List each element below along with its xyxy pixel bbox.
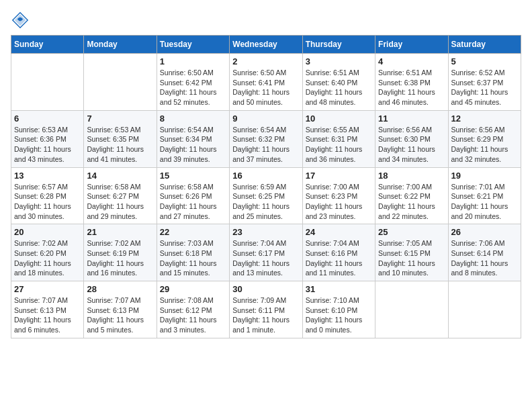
day-detail: Sunrise: 7:00 AM Sunset: 6:22 PM Dayligh…: [378, 182, 445, 222]
day-number: 30: [232, 284, 299, 294]
day-detail: Sunrise: 6:52 AM Sunset: 6:37 PM Dayligh…: [451, 68, 518, 107]
day-detail: Sunrise: 6:50 AM Sunset: 6:41 PM Dayligh…: [232, 68, 299, 107]
day-cell: 27Sunrise: 7:07 AM Sunset: 6:13 PM Dayli…: [11, 281, 84, 338]
week-row-2: 6Sunrise: 6:53 AM Sunset: 6:36 PM Daylig…: [11, 110, 521, 167]
day-cell: 24Sunrise: 7:04 AM Sunset: 6:16 PM Dayli…: [302, 224, 375, 281]
day-number: 14: [87, 171, 153, 181]
day-detail: Sunrise: 7:09 AM Sunset: 6:11 PM Dayligh…: [232, 295, 299, 335]
day-number: 11: [378, 113, 445, 124]
day-number: 26: [451, 227, 518, 237]
week-row-1: 1Sunrise: 6:50 AM Sunset: 6:42 PM Daylig…: [11, 54, 521, 111]
day-detail: Sunrise: 7:06 AM Sunset: 6:14 PM Dayligh…: [451, 238, 518, 278]
day-number: 24: [306, 227, 372, 237]
day-cell: [375, 281, 448, 338]
day-number: 28: [87, 284, 153, 294]
day-detail: Sunrise: 6:56 AM Sunset: 6:29 PM Dayligh…: [451, 125, 518, 165]
day-number: 9: [232, 113, 299, 124]
day-detail: Sunrise: 6:54 AM Sunset: 6:34 PM Dayligh…: [160, 125, 226, 165]
day-cell: 22Sunrise: 7:03 AM Sunset: 6:18 PM Dayli…: [157, 224, 229, 281]
day-detail: Sunrise: 7:05 AM Sunset: 6:15 PM Dayligh…: [378, 238, 445, 278]
day-cell: [84, 54, 157, 111]
day-cell: 18Sunrise: 7:00 AM Sunset: 6:22 PM Dayli…: [375, 167, 448, 224]
day-cell: 4Sunrise: 6:51 AM Sunset: 6:38 PM Daylig…: [375, 54, 448, 111]
calendar-table: SundayMondayTuesdayWednesdayThursdayFrid…: [11, 35, 521, 338]
week-row-3: 13Sunrise: 6:57 AM Sunset: 6:28 PM Dayli…: [11, 167, 521, 224]
day-cell: 11Sunrise: 6:56 AM Sunset: 6:30 PM Dayli…: [375, 110, 448, 167]
day-number: 7: [87, 113, 153, 124]
day-detail: Sunrise: 7:04 AM Sunset: 6:16 PM Dayligh…: [306, 238, 372, 278]
day-number: 8: [160, 113, 226, 124]
day-cell: 26Sunrise: 7:06 AM Sunset: 6:14 PM Dayli…: [448, 224, 521, 281]
weekday-header-sunday: Sunday: [11, 36, 84, 54]
day-number: 18: [378, 171, 445, 181]
weekday-header-thursday: Thursday: [302, 36, 375, 54]
day-cell: 2Sunrise: 6:50 AM Sunset: 6:41 PM Daylig…: [230, 54, 302, 111]
logo-icon: [11, 11, 30, 30]
day-cell: 1Sunrise: 6:50 AM Sunset: 6:42 PM Daylig…: [157, 54, 229, 111]
day-number: 21: [87, 227, 153, 237]
day-number: 31: [306, 284, 372, 294]
day-detail: Sunrise: 6:59 AM Sunset: 6:25 PM Dayligh…: [232, 182, 299, 222]
week-row-5: 27Sunrise: 7:07 AM Sunset: 6:13 PM Dayli…: [11, 281, 521, 338]
weekday-header-monday: Monday: [84, 36, 157, 54]
day-number: 4: [378, 56, 445, 66]
day-detail: Sunrise: 7:10 AM Sunset: 6:10 PM Dayligh…: [306, 295, 372, 335]
day-number: 2: [232, 56, 299, 66]
day-detail: Sunrise: 6:54 AM Sunset: 6:32 PM Dayligh…: [232, 125, 299, 165]
weekday-header-tuesday: Tuesday: [157, 36, 229, 54]
day-detail: Sunrise: 6:55 AM Sunset: 6:31 PM Dayligh…: [306, 125, 372, 165]
day-number: 20: [14, 227, 81, 237]
day-number: 5: [451, 56, 518, 66]
day-cell: 12Sunrise: 6:56 AM Sunset: 6:29 PM Dayli…: [448, 110, 521, 167]
day-number: 22: [160, 227, 226, 237]
day-cell: 30Sunrise: 7:09 AM Sunset: 6:11 PM Dayli…: [230, 281, 302, 338]
day-detail: Sunrise: 6:53 AM Sunset: 6:36 PM Dayligh…: [14, 125, 81, 165]
day-detail: Sunrise: 6:53 AM Sunset: 6:35 PM Dayligh…: [87, 125, 153, 165]
day-number: 15: [160, 171, 226, 181]
logo: [11, 11, 32, 30]
day-detail: Sunrise: 7:00 AM Sunset: 6:23 PM Dayligh…: [306, 182, 372, 222]
day-detail: Sunrise: 7:07 AM Sunset: 6:13 PM Dayligh…: [87, 295, 153, 335]
day-cell: 8Sunrise: 6:54 AM Sunset: 6:34 PM Daylig…: [157, 110, 229, 167]
day-number: 3: [306, 56, 372, 66]
day-detail: Sunrise: 6:50 AM Sunset: 6:42 PM Dayligh…: [160, 68, 226, 107]
day-number: 25: [378, 227, 445, 237]
day-detail: Sunrise: 7:02 AM Sunset: 6:19 PM Dayligh…: [87, 238, 153, 278]
day-detail: Sunrise: 6:51 AM Sunset: 6:38 PM Dayligh…: [378, 68, 445, 107]
day-number: 19: [451, 171, 518, 181]
day-cell: 19Sunrise: 7:01 AM Sunset: 6:21 PM Dayli…: [448, 167, 521, 224]
day-cell: [11, 54, 84, 111]
day-cell: 9Sunrise: 6:54 AM Sunset: 6:32 PM Daylig…: [230, 110, 302, 167]
day-detail: Sunrise: 6:57 AM Sunset: 6:28 PM Dayligh…: [14, 182, 81, 222]
day-number: 16: [232, 171, 299, 181]
weekday-header-saturday: Saturday: [448, 36, 521, 54]
day-cell: 16Sunrise: 6:59 AM Sunset: 6:25 PM Dayli…: [230, 167, 302, 224]
day-number: 10: [306, 113, 372, 124]
day-cell: 21Sunrise: 7:02 AM Sunset: 6:19 PM Dayli…: [84, 224, 157, 281]
day-detail: Sunrise: 6:58 AM Sunset: 6:26 PM Dayligh…: [160, 182, 226, 222]
day-number: 12: [451, 113, 518, 124]
weekday-header-row: SundayMondayTuesdayWednesdayThursdayFrid…: [11, 36, 521, 54]
day-detail: Sunrise: 7:07 AM Sunset: 6:13 PM Dayligh…: [14, 295, 81, 335]
day-cell: 14Sunrise: 6:58 AM Sunset: 6:27 PM Dayli…: [84, 167, 157, 224]
day-cell: 6Sunrise: 6:53 AM Sunset: 6:36 PM Daylig…: [11, 110, 84, 167]
day-number: 1: [160, 56, 226, 66]
day-cell: 25Sunrise: 7:05 AM Sunset: 6:15 PM Dayli…: [375, 224, 448, 281]
week-row-4: 20Sunrise: 7:02 AM Sunset: 6:20 PM Dayli…: [11, 224, 521, 281]
day-cell: 20Sunrise: 7:02 AM Sunset: 6:20 PM Dayli…: [11, 224, 84, 281]
day-detail: Sunrise: 6:56 AM Sunset: 6:30 PM Dayligh…: [378, 125, 445, 165]
day-cell: 23Sunrise: 7:04 AM Sunset: 6:17 PM Dayli…: [230, 224, 302, 281]
day-number: 13: [14, 171, 81, 181]
weekday-header-friday: Friday: [375, 36, 448, 54]
day-detail: Sunrise: 7:08 AM Sunset: 6:12 PM Dayligh…: [160, 295, 226, 335]
day-cell: [448, 281, 521, 338]
day-number: 29: [160, 284, 226, 294]
day-detail: Sunrise: 7:01 AM Sunset: 6:21 PM Dayligh…: [451, 182, 518, 222]
day-cell: 3Sunrise: 6:51 AM Sunset: 6:40 PM Daylig…: [302, 54, 375, 111]
day-number: 23: [232, 227, 299, 237]
day-cell: 17Sunrise: 7:00 AM Sunset: 6:23 PM Dayli…: [302, 167, 375, 224]
weekday-header-wednesday: Wednesday: [230, 36, 302, 54]
day-cell: 31Sunrise: 7:10 AM Sunset: 6:10 PM Dayli…: [302, 281, 375, 338]
page-header: [11, 11, 521, 30]
day-number: 6: [14, 113, 81, 124]
